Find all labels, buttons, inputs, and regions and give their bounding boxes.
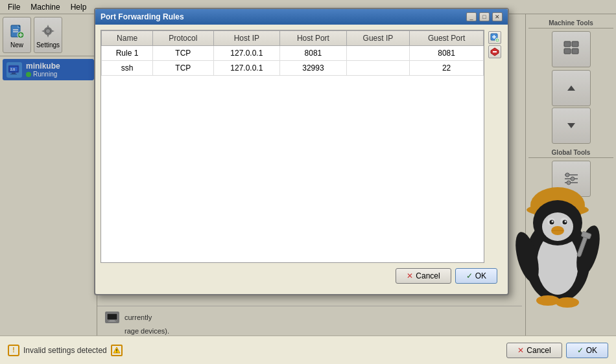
dialog-maximize-btn[interactable]: □ (479, 12, 490, 21)
row2-name: ssh (102, 61, 153, 76)
row1-name: Rule 1 (102, 46, 153, 61)
col-protocol: Protocol (153, 31, 213, 46)
col-guest-ip: Guest IP (346, 31, 409, 46)
ok-icon: ✓ (466, 271, 473, 280)
row1-guest-ip (346, 46, 409, 61)
add-rule-btn[interactable] (488, 31, 501, 44)
table-header-row: Name Protocol Host IP Host Port Guest IP… (102, 31, 484, 46)
invalid-message: ! Invalid settings detected (8, 345, 123, 356)
remove-rule-btn[interactable] (488, 45, 501, 58)
row2-protocol: TCP (153, 61, 213, 76)
col-name: Name (102, 31, 153, 46)
pf-table-container: Name Protocol Host IP Host Port Guest IP… (101, 30, 484, 263)
port-forwarding-dialog: Port Forwarding Rules _ □ ✕ Name Protoco… (94, 8, 509, 295)
svg-point-64 (116, 351, 117, 352)
table-row[interactable]: Rule 1 TCP 127.0.0.1 8081 8081 (102, 46, 484, 61)
dialog-titlebar: Port Forwarding Rules _ □ ✕ (95, 9, 508, 25)
row2-host-ip: 127.0.0.1 (213, 61, 280, 76)
row1-protocol: TCP (153, 46, 213, 61)
cancel-icon: ✕ (407, 271, 413, 280)
dialog-close-btn[interactable]: ✕ (492, 12, 503, 21)
row2-guest-port: 22 (410, 61, 484, 76)
col-guest-port: Guest Port (410, 31, 484, 46)
invalid-bar-buttons: ✕ Cancel ✓ OK (506, 343, 608, 358)
invalid-text: Invalid settings detected (23, 346, 107, 355)
row1-guest-port: 8081 (410, 46, 484, 61)
col-host-ip: Host IP (213, 31, 280, 46)
invalid-settings-bar: ! Invalid settings detected ✕ Cancel ✓ O… (0, 336, 616, 364)
pf-table: Name Protocol Host IP Host Port Guest IP… (101, 30, 484, 76)
table-toolbar (487, 30, 503, 263)
dialog-controls: _ □ ✕ (466, 12, 503, 21)
invalid-cancel-button[interactable]: ✕ Cancel (506, 343, 562, 358)
row1-host-port: 8081 (280, 46, 347, 61)
col-host-port: Host Port (280, 31, 347, 46)
dialog-table-area: Name Protocol Host IP Host Port Guest IP… (101, 30, 503, 263)
invalid-cancel-icon: ✕ (517, 346, 524, 355)
dialog-buttons: ✕ Cancel ✓ OK (101, 263, 503, 289)
dialog-ok-button[interactable]: ✓ OK (455, 268, 497, 284)
dialog-cancel-button[interactable]: ✕ Cancel (396, 268, 451, 284)
row2-guest-ip (346, 61, 409, 76)
row2-host-port: 32993 (280, 61, 347, 76)
dialog-minimize-btn[interactable]: _ (466, 12, 477, 21)
warning-symbol (111, 345, 123, 356)
dialog-body: Name Protocol Host IP Host Port Guest IP… (95, 25, 508, 294)
invalid-ok-icon: ✓ (577, 346, 584, 355)
row1-host-ip: 127.0.0.1 (213, 46, 280, 61)
table-row[interactable]: ssh TCP 127.0.0.1 32993 22 (102, 61, 484, 76)
dialog-title: Port Forwarding Rules (101, 12, 184, 21)
invalid-ok-button[interactable]: ✓ OK (566, 343, 608, 358)
invalid-icon: ! (8, 345, 19, 356)
